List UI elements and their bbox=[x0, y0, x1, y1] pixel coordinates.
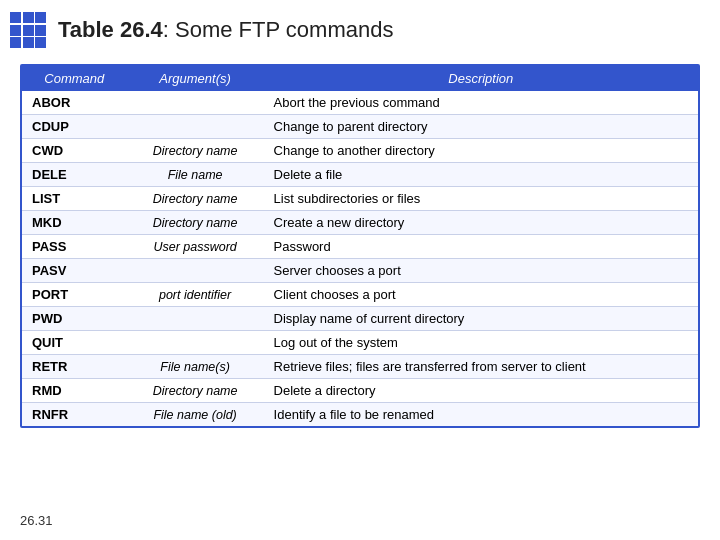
svg-rect-1 bbox=[23, 12, 34, 23]
title-normal: : Some FTP commands bbox=[163, 17, 394, 42]
cell-description: List subdirectories or files bbox=[264, 187, 698, 211]
page-footer: 26.31 bbox=[20, 513, 53, 528]
table-row: CDUPChange to parent directory bbox=[22, 115, 698, 139]
title-bold: Table 26.4 bbox=[58, 17, 163, 42]
cell-argument: File name bbox=[127, 163, 264, 187]
cell-argument: Directory name bbox=[127, 379, 264, 403]
cell-argument bbox=[127, 91, 264, 115]
page-number: 26.31 bbox=[20, 513, 53, 528]
cell-description: Change to parent directory bbox=[264, 115, 698, 139]
cell-command: PWD bbox=[22, 307, 127, 331]
cell-argument bbox=[127, 331, 264, 355]
svg-rect-4 bbox=[23, 25, 34, 36]
cell-description: Create a new directory bbox=[264, 211, 698, 235]
cell-argument: Directory name bbox=[127, 187, 264, 211]
cell-argument bbox=[127, 115, 264, 139]
svg-rect-5 bbox=[35, 25, 46, 36]
table-row: RETRFile name(s)Retrieve files; files ar… bbox=[22, 355, 698, 379]
svg-rect-8 bbox=[35, 37, 46, 48]
cell-command: LIST bbox=[22, 187, 127, 211]
table-row: LISTDirectory nameList subdirectories or… bbox=[22, 187, 698, 211]
cell-argument: File name(s) bbox=[127, 355, 264, 379]
cell-description: Change to another directory bbox=[264, 139, 698, 163]
table-row: MKDDirectory nameCreate a new directory bbox=[22, 211, 698, 235]
cell-command: RETR bbox=[22, 355, 127, 379]
table-row: RMDDirectory nameDelete a directory bbox=[22, 379, 698, 403]
table-row: PWDDisplay name of current directory bbox=[22, 307, 698, 331]
table-row: QUITLog out of the system bbox=[22, 331, 698, 355]
cell-description: Retrieve files; files are transferred fr… bbox=[264, 355, 698, 379]
cell-description: Display name of current directory bbox=[264, 307, 698, 331]
cell-description: Delete a directory bbox=[264, 379, 698, 403]
col-description: Description bbox=[264, 66, 698, 91]
cell-command: RMD bbox=[22, 379, 127, 403]
table-row: ABORAbort the previous command bbox=[22, 91, 698, 115]
page-header: Table 26.4: Some FTP commands bbox=[0, 0, 720, 56]
ftp-commands-table: Command Argument(s) Description ABORAbor… bbox=[22, 66, 698, 426]
cell-command: DELE bbox=[22, 163, 127, 187]
cell-description: Abort the previous command bbox=[264, 91, 698, 115]
table-row: RNFRFile name (old)Identify a file to be… bbox=[22, 403, 698, 427]
table-row: PASVServer chooses a port bbox=[22, 259, 698, 283]
cell-description: Client chooses a port bbox=[264, 283, 698, 307]
table-row: CWDDirectory nameChange to another direc… bbox=[22, 139, 698, 163]
cell-command: MKD bbox=[22, 211, 127, 235]
col-argument: Argument(s) bbox=[127, 66, 264, 91]
cell-command: CWD bbox=[22, 139, 127, 163]
cell-argument: User password bbox=[127, 235, 264, 259]
svg-rect-0 bbox=[10, 12, 21, 23]
cell-command: ABOR bbox=[22, 91, 127, 115]
cell-description: Password bbox=[264, 235, 698, 259]
cell-argument: Directory name bbox=[127, 139, 264, 163]
cell-command: PASV bbox=[22, 259, 127, 283]
cell-command: CDUP bbox=[22, 115, 127, 139]
col-command: Command bbox=[22, 66, 127, 91]
cell-description: Delete a file bbox=[264, 163, 698, 187]
cell-argument bbox=[127, 307, 264, 331]
ftp-commands-table-wrapper: Command Argument(s) Description ABORAbor… bbox=[20, 64, 700, 428]
table-row: DELEFile nameDelete a file bbox=[22, 163, 698, 187]
cell-command: QUIT bbox=[22, 331, 127, 355]
table-row: PASSUser passwordPassword bbox=[22, 235, 698, 259]
cell-description: Server chooses a port bbox=[264, 259, 698, 283]
svg-rect-6 bbox=[10, 37, 21, 48]
svg-rect-3 bbox=[10, 25, 21, 36]
page-title: Table 26.4: Some FTP commands bbox=[58, 17, 393, 43]
cell-argument: File name (old) bbox=[127, 403, 264, 427]
cell-argument bbox=[127, 259, 264, 283]
table-header-row: Command Argument(s) Description bbox=[22, 66, 698, 91]
grid-icon bbox=[10, 12, 46, 48]
cell-command: RNFR bbox=[22, 403, 127, 427]
cell-description: Log out of the system bbox=[264, 331, 698, 355]
cell-description: Identify a file to be renamed bbox=[264, 403, 698, 427]
cell-argument: port identifier bbox=[127, 283, 264, 307]
svg-rect-7 bbox=[23, 37, 34, 48]
cell-argument: Directory name bbox=[127, 211, 264, 235]
cell-command: PASS bbox=[22, 235, 127, 259]
table-row: PORTport identifierClient chooses a port bbox=[22, 283, 698, 307]
svg-rect-2 bbox=[35, 12, 46, 23]
cell-command: PORT bbox=[22, 283, 127, 307]
